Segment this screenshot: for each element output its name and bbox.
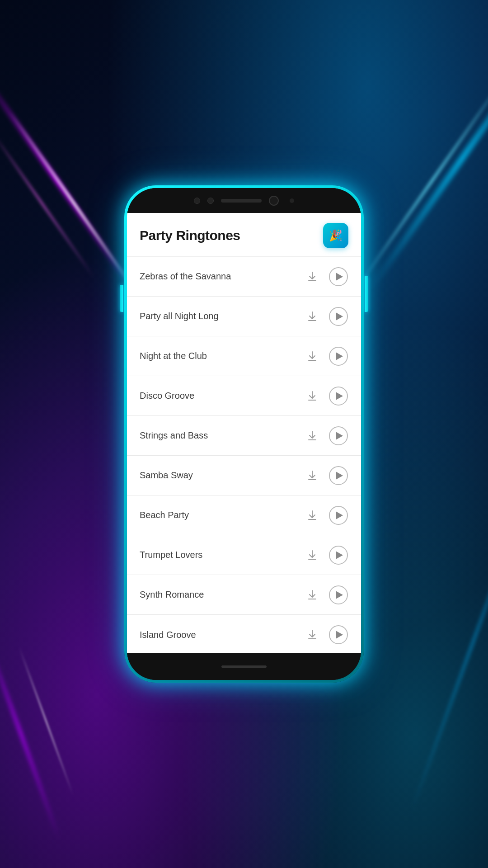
home-indicator (221, 665, 267, 668)
play-button[interactable] (328, 625, 348, 645)
download-button[interactable] (302, 505, 322, 525)
play-triangle-icon (336, 392, 343, 400)
camera-sensor (290, 198, 294, 203)
play-triangle-icon (336, 312, 343, 321)
play-circle (329, 267, 348, 286)
play-circle (329, 426, 348, 445)
play-triangle-icon (336, 631, 343, 639)
ringtone-name: Trumpet Lovers (140, 550, 296, 560)
play-button[interactable] (328, 346, 348, 366)
camera-dot-1 (194, 198, 200, 204)
list-item[interactable]: Beach Party (127, 495, 361, 535)
play-triangle-icon (336, 511, 343, 519)
download-icon (306, 390, 318, 402)
ringtone-name: Island Groove (140, 630, 296, 640)
speaker-bar (221, 199, 262, 203)
play-circle (329, 546, 348, 565)
list-item[interactable]: Strings and Bass (127, 416, 361, 456)
download-button[interactable] (302, 267, 322, 287)
download-button[interactable] (302, 466, 322, 486)
download-button[interactable] (302, 346, 322, 366)
list-item[interactable]: Night at the Club (127, 336, 361, 376)
ringtone-name: Night at the Club (140, 351, 296, 361)
ringtone-name: Synth Romance (140, 590, 296, 600)
download-icon (306, 311, 318, 322)
front-camera (269, 196, 279, 206)
app-header: Party Ringtones 🎉 (127, 213, 361, 257)
list-item[interactable]: Trumpet Lovers (127, 535, 361, 575)
list-item[interactable]: Samba Sway (127, 456, 361, 495)
ringtone-name: Party all Night Long (140, 311, 296, 321)
download-icon (306, 509, 318, 521)
play-triangle-icon (336, 432, 343, 440)
play-button[interactable] (328, 426, 348, 446)
download-button[interactable] (302, 585, 322, 605)
list-item[interactable]: Party all Night Long (127, 297, 361, 336)
app-icon-emoji: 🎉 (329, 229, 343, 242)
play-circle (329, 466, 348, 485)
ringtone-name: Zebras of the Savanna (140, 271, 296, 282)
download-button[interactable] (302, 307, 322, 326)
play-circle (329, 307, 348, 326)
ringtone-name: Samba Sway (140, 470, 296, 481)
phone-top-bar (127, 188, 361, 213)
download-icon (306, 470, 318, 481)
download-icon (306, 430, 318, 442)
app-title: Party Ringtones (140, 228, 240, 243)
phone-device: Party Ringtones 🎉 Zebras of the Savanna … (124, 185, 364, 683)
play-button[interactable] (328, 307, 348, 326)
ringtone-name: Beach Party (140, 510, 296, 520)
play-button[interactable] (328, 466, 348, 486)
play-button[interactable] (328, 585, 348, 605)
phone-frame: Party Ringtones 🎉 Zebras of the Savanna … (124, 185, 364, 683)
play-triangle-icon (336, 352, 343, 360)
ringtone-name: Disco Groove (140, 391, 296, 401)
download-button[interactable] (302, 386, 322, 406)
play-triangle-icon (336, 591, 343, 599)
download-icon (306, 350, 318, 362)
phone-screen: Party Ringtones 🎉 Zebras of the Savanna … (127, 188, 361, 680)
play-circle (329, 625, 348, 644)
download-button[interactable] (302, 625, 322, 645)
play-button[interactable] (328, 267, 348, 287)
phone-bottom-bar (127, 653, 361, 680)
play-circle (329, 347, 348, 366)
download-icon (306, 271, 318, 283)
play-button[interactable] (328, 545, 348, 565)
camera-dot-2 (207, 198, 214, 204)
list-item[interactable]: Zebras of the Savanna (127, 257, 361, 297)
download-button[interactable] (302, 426, 322, 446)
list-item[interactable]: Island Groove (127, 615, 361, 653)
play-button[interactable] (328, 505, 348, 525)
play-triangle-icon (336, 273, 343, 281)
play-circle (329, 387, 348, 406)
play-circle (329, 506, 348, 525)
app-icon: 🎉 (323, 223, 348, 248)
ringtone-name: Strings and Bass (140, 430, 296, 441)
download-button[interactable] (302, 545, 322, 565)
play-triangle-icon (336, 472, 343, 480)
list-item[interactable]: Disco Groove (127, 376, 361, 416)
ringtone-list: Zebras of the Savanna Party all Night Lo… (127, 257, 361, 653)
screen-content: Party Ringtones 🎉 Zebras of the Savanna … (127, 213, 361, 653)
play-button[interactable] (328, 386, 348, 406)
download-icon (306, 629, 318, 641)
play-triangle-icon (336, 551, 343, 559)
list-item[interactable]: Synth Romance (127, 575, 361, 615)
download-icon (306, 589, 318, 601)
play-circle (329, 585, 348, 604)
download-icon (306, 549, 318, 561)
